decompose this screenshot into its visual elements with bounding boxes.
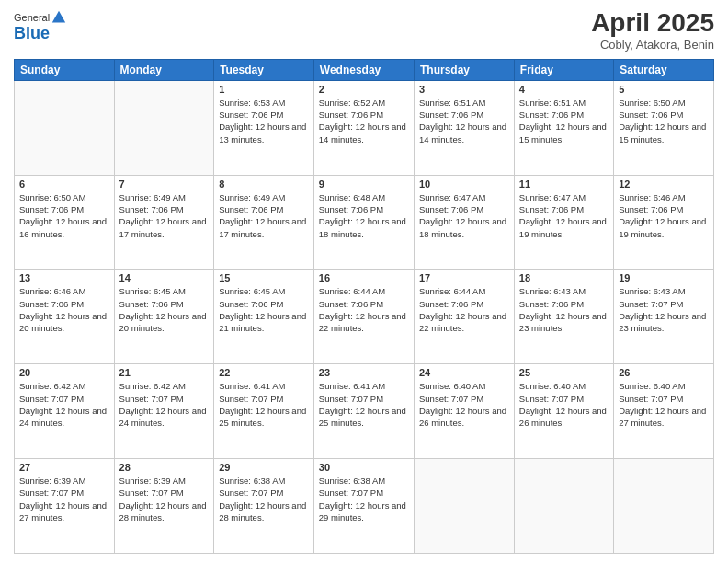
day-number: 5 bbox=[619, 84, 709, 95]
header: General Blue April 2025 Cobly, Atakora, … bbox=[14, 9, 714, 52]
calendar-cell bbox=[514, 459, 613, 554]
week-row-2: 6Sunrise: 6:50 AM Sunset: 7:06 PM Daylig… bbox=[15, 175, 714, 270]
day-info: Sunrise: 6:38 AM Sunset: 7:07 PM Dayligh… bbox=[319, 475, 409, 523]
day-number: 28 bbox=[119, 462, 210, 473]
calendar-cell: 3Sunrise: 6:51 AM Sunset: 7:06 PM Daylig… bbox=[415, 80, 515, 175]
day-number: 27 bbox=[19, 462, 109, 473]
day-info: Sunrise: 6:44 AM Sunset: 7:06 PM Dayligh… bbox=[319, 285, 409, 334]
calendar-cell: 25Sunrise: 6:40 AM Sunset: 7:07 PM Dayli… bbox=[514, 364, 613, 459]
day-info: Sunrise: 6:39 AM Sunset: 7:07 PM Dayligh… bbox=[119, 475, 210, 523]
day-number: 22 bbox=[219, 367, 309, 378]
calendar-cell: 16Sunrise: 6:44 AM Sunset: 7:06 PM Dayli… bbox=[313, 270, 414, 364]
header-friday: Friday bbox=[514, 59, 613, 80]
calendar-cell: 10Sunrise: 6:47 AM Sunset: 7:06 PM Dayli… bbox=[415, 175, 515, 270]
day-info: Sunrise: 6:41 AM Sunset: 7:07 PM Dayligh… bbox=[219, 380, 309, 429]
calendar-cell: 6Sunrise: 6:50 AM Sunset: 7:06 PM Daylig… bbox=[15, 175, 115, 270]
week-row-3: 13Sunrise: 6:46 AM Sunset: 7:06 PM Dayli… bbox=[15, 270, 714, 364]
calendar-cell: 30Sunrise: 6:38 AM Sunset: 7:07 PM Dayli… bbox=[313, 459, 414, 554]
day-number: 29 bbox=[219, 462, 309, 473]
day-number: 24 bbox=[419, 367, 509, 378]
day-number: 10 bbox=[419, 178, 509, 190]
calendar-title: April 2025 bbox=[591, 9, 714, 38]
day-number: 23 bbox=[319, 367, 409, 378]
day-number: 3 bbox=[419, 84, 509, 95]
week-row-1: 1Sunrise: 6:53 AM Sunset: 7:06 PM Daylig… bbox=[15, 80, 714, 175]
day-number: 14 bbox=[119, 272, 210, 283]
day-info: Sunrise: 6:38 AM Sunset: 7:07 PM Dayligh… bbox=[219, 475, 309, 523]
day-number: 25 bbox=[519, 367, 609, 378]
calendar-cell: 1Sunrise: 6:53 AM Sunset: 7:06 PM Daylig… bbox=[214, 80, 314, 175]
day-info: Sunrise: 6:48 AM Sunset: 7:06 PM Dayligh… bbox=[319, 191, 409, 240]
calendar-cell: 13Sunrise: 6:46 AM Sunset: 7:06 PM Dayli… bbox=[15, 270, 115, 364]
calendar-header-row: Sunday Monday Tuesday Wednesday Thursday… bbox=[15, 59, 714, 80]
day-info: Sunrise: 6:51 AM Sunset: 7:06 PM Dayligh… bbox=[419, 97, 509, 145]
day-info: Sunrise: 6:49 AM Sunset: 7:06 PM Dayligh… bbox=[119, 191, 210, 240]
calendar-subtitle: Cobly, Atakora, Benin bbox=[591, 38, 714, 52]
title-block: April 2025 Cobly, Atakora, Benin bbox=[591, 9, 714, 52]
day-info: Sunrise: 6:45 AM Sunset: 7:06 PM Dayligh… bbox=[119, 285, 210, 334]
day-number: 8 bbox=[219, 178, 309, 190]
day-number: 16 bbox=[319, 272, 409, 283]
day-number: 12 bbox=[619, 178, 709, 190]
calendar-cell: 12Sunrise: 6:46 AM Sunset: 7:06 PM Dayli… bbox=[614, 175, 714, 270]
week-row-4: 20Sunrise: 6:42 AM Sunset: 7:07 PM Dayli… bbox=[15, 364, 714, 459]
day-info: Sunrise: 6:40 AM Sunset: 7:07 PM Dayligh… bbox=[519, 380, 609, 429]
calendar-cell: 18Sunrise: 6:43 AM Sunset: 7:06 PM Dayli… bbox=[514, 270, 613, 364]
day-number: 1 bbox=[219, 84, 309, 95]
page: General Blue April 2025 Cobly, Atakora, … bbox=[0, 0, 728, 563]
header-sunday: Sunday bbox=[15, 59, 115, 80]
calendar-cell: 22Sunrise: 6:41 AM Sunset: 7:07 PM Dayli… bbox=[214, 364, 314, 459]
logo: General Blue bbox=[14, 9, 67, 43]
day-number: 19 bbox=[619, 272, 709, 283]
calendar-cell: 15Sunrise: 6:45 AM Sunset: 7:06 PM Dayli… bbox=[214, 270, 314, 364]
day-info: Sunrise: 6:51 AM Sunset: 7:06 PM Dayligh… bbox=[519, 97, 609, 145]
day-info: Sunrise: 6:41 AM Sunset: 7:07 PM Dayligh… bbox=[319, 380, 409, 429]
day-info: Sunrise: 6:53 AM Sunset: 7:06 PM Dayligh… bbox=[219, 97, 309, 145]
calendar-cell: 8Sunrise: 6:49 AM Sunset: 7:06 PM Daylig… bbox=[214, 175, 314, 270]
day-number: 17 bbox=[419, 272, 509, 283]
header-saturday: Saturday bbox=[614, 59, 714, 80]
day-number: 20 bbox=[19, 367, 109, 378]
calendar-cell: 21Sunrise: 6:42 AM Sunset: 7:07 PM Dayli… bbox=[114, 364, 214, 459]
day-info: Sunrise: 6:50 AM Sunset: 7:06 PM Dayligh… bbox=[19, 191, 109, 240]
day-number: 21 bbox=[119, 367, 210, 378]
day-number: 15 bbox=[219, 272, 309, 283]
day-info: Sunrise: 6:39 AM Sunset: 7:07 PM Dayligh… bbox=[19, 475, 109, 523]
header-monday: Monday bbox=[114, 59, 214, 80]
calendar-cell bbox=[114, 80, 214, 175]
day-number: 6 bbox=[19, 178, 109, 190]
calendar-cell: 9Sunrise: 6:48 AM Sunset: 7:06 PM Daylig… bbox=[313, 175, 414, 270]
header-wednesday: Wednesday bbox=[313, 59, 414, 80]
calendar-cell: 27Sunrise: 6:39 AM Sunset: 7:07 PM Dayli… bbox=[15, 459, 115, 554]
day-info: Sunrise: 6:47 AM Sunset: 7:06 PM Dayligh… bbox=[419, 191, 509, 240]
calendar-cell: 4Sunrise: 6:51 AM Sunset: 7:06 PM Daylig… bbox=[514, 80, 613, 175]
day-number: 4 bbox=[519, 84, 609, 95]
calendar-cell: 14Sunrise: 6:45 AM Sunset: 7:06 PM Dayli… bbox=[114, 270, 214, 364]
day-info: Sunrise: 6:43 AM Sunset: 7:06 PM Dayligh… bbox=[519, 285, 609, 334]
day-number: 26 bbox=[619, 367, 709, 378]
calendar-cell: 24Sunrise: 6:40 AM Sunset: 7:07 PM Dayli… bbox=[415, 364, 515, 459]
calendar-cell: 19Sunrise: 6:43 AM Sunset: 7:07 PM Dayli… bbox=[614, 270, 714, 364]
calendar-cell: 11Sunrise: 6:47 AM Sunset: 7:06 PM Dayli… bbox=[514, 175, 613, 270]
day-number: 2 bbox=[319, 84, 409, 95]
calendar-cell: 5Sunrise: 6:50 AM Sunset: 7:06 PM Daylig… bbox=[614, 80, 714, 175]
calendar-cell: 17Sunrise: 6:44 AM Sunset: 7:06 PM Dayli… bbox=[415, 270, 515, 364]
calendar-cell bbox=[415, 459, 515, 554]
svg-marker-0 bbox=[52, 11, 65, 23]
day-info: Sunrise: 6:44 AM Sunset: 7:06 PM Dayligh… bbox=[419, 285, 509, 334]
logo-blue-text: Blue bbox=[14, 24, 67, 43]
calendar-cell: 29Sunrise: 6:38 AM Sunset: 7:07 PM Dayli… bbox=[214, 459, 314, 554]
day-number: 11 bbox=[519, 178, 609, 190]
day-info: Sunrise: 6:46 AM Sunset: 7:06 PM Dayligh… bbox=[619, 191, 709, 240]
day-info: Sunrise: 6:40 AM Sunset: 7:07 PM Dayligh… bbox=[419, 380, 509, 429]
calendar-cell: 23Sunrise: 6:41 AM Sunset: 7:07 PM Dayli… bbox=[313, 364, 414, 459]
calendar-cell: 28Sunrise: 6:39 AM Sunset: 7:07 PM Dayli… bbox=[114, 459, 214, 554]
calendar-cell bbox=[614, 459, 714, 554]
calendar-cell: 20Sunrise: 6:42 AM Sunset: 7:07 PM Dayli… bbox=[15, 364, 115, 459]
calendar-cell: 7Sunrise: 6:49 AM Sunset: 7:06 PM Daylig… bbox=[114, 175, 214, 270]
day-info: Sunrise: 6:40 AM Sunset: 7:07 PM Dayligh… bbox=[619, 380, 709, 429]
day-info: Sunrise: 6:52 AM Sunset: 7:06 PM Dayligh… bbox=[319, 97, 409, 145]
calendar-table: Sunday Monday Tuesday Wednesday Thursday… bbox=[14, 59, 714, 554]
calendar-cell bbox=[15, 80, 115, 175]
day-info: Sunrise: 6:46 AM Sunset: 7:06 PM Dayligh… bbox=[19, 285, 109, 334]
